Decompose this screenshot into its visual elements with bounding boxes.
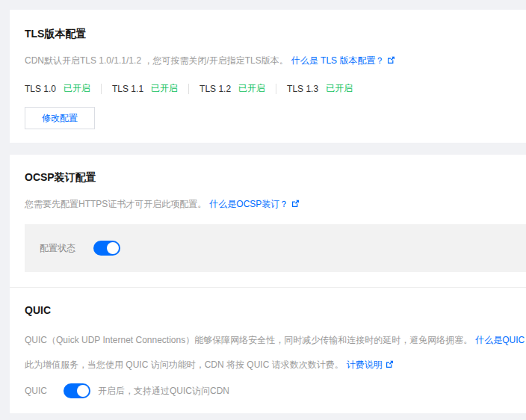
tls-version-name: TLS 1.0: [25, 84, 56, 94]
ocsp-section-title: OCSP装订配置: [25, 170, 526, 185]
quic-billing-link[interactable]: 计费说明: [347, 359, 383, 370]
quic-toggle-row: QUIC 开启后，支持通过QUIC访问CDN: [25, 383, 526, 398]
tls-version-item: TLS 1.1 已开启: [112, 82, 178, 95]
tls-version-item: TLS 1.0 已开启: [25, 82, 90, 95]
quic-toggle-desc: 开启后，支持通过QUIC访问CDN: [98, 385, 229, 398]
tls-version-item: TLS 1.3 已开启: [287, 82, 353, 95]
tls-version-name: TLS 1.2: [199, 84, 231, 94]
tls-version-name: TLS 1.1: [112, 84, 143, 94]
tls-version-item: TLS 1.2 已开启: [199, 82, 265, 95]
ocsp-status-toggle[interactable]: [93, 241, 120, 256]
tls-version-status: 已开启: [64, 82, 90, 95]
external-link-icon[interactable]: [291, 200, 300, 208]
tls-card-title: TLS版本配置: [25, 26, 526, 41]
tls-desc-text: CDN默认开启TLS 1.0/1.1/1.2 ，您可按需关闭/开启指定TLS版本…: [25, 55, 288, 66]
quic-section: QUIC QUIC（Quick UDP Internet Connections…: [10, 287, 526, 413]
cdn-https-config-page: { "colors": { "link_blue": "#006eff", "s…: [0, 0, 526, 420]
quic-desc2-text: 此为增值服务，当您使用 QUIC 访问功能时，CDN 将按 QUIC 请求数次数…: [25, 359, 344, 370]
ocsp-status-box: 配置状态: [25, 224, 526, 272]
ocsp-section-desc: 您需要先配置HTTPS证书才可开启此项配置。什么是OCSP装订？: [25, 198, 526, 211]
tls-card-desc: CDN默认开启TLS 1.0/1.1/1.2 ，您可按需关闭/开启指定TLS版本…: [25, 55, 526, 67]
tls-version-status: 已开启: [238, 82, 265, 95]
tls-version-list: TLS 1.0 已开启 TLS 1.1 已开启 TLS 1.2 已开启 TLS …: [25, 82, 526, 95]
quic-desc1-text: QUIC（Quick UDP Internet Connections）能够保障…: [25, 335, 472, 345]
vertical-divider: [188, 84, 189, 94]
ocsp-desc-text: 您需要先配置HTTPS证书才可开启此项配置。: [25, 199, 206, 209]
ocsp-status-label: 配置状态: [40, 242, 75, 255]
vertical-divider: [101, 84, 102, 94]
quic-section-desc1: QUIC（Quick UDP Internet Connections）能够保障…: [25, 334, 526, 347]
quic-toggle-label: QUIC: [25, 386, 47, 396]
quic-toggle[interactable]: [64, 383, 90, 398]
ocsp-section: OCSP装订配置 您需要先配置HTTPS证书才可开启此项配置。什么是OCSP装订…: [10, 155, 526, 272]
tls-version-name: TLS 1.3: [287, 84, 318, 94]
modify-config-button[interactable]: 修改配置: [25, 107, 95, 129]
tls-help-link[interactable]: 什么是 TLS 版本配置？: [291, 55, 385, 66]
quic-section-desc2: 此为增值服务，当您使用 QUIC 访问功能时，CDN 将按 QUIC 请求数次数…: [25, 359, 526, 371]
tls-config-card: TLS版本配置 CDN默认开启TLS 1.0/1.1/1.2 ，您可按需关闭/开…: [10, 10, 526, 143]
quic-help-link[interactable]: 什么是QUIC？: [475, 335, 526, 345]
ocsp-quic-card: OCSP装订配置 您需要先配置HTTPS证书才可开启此项配置。什么是OCSP装订…: [10, 155, 526, 413]
tls-version-status: 已开启: [326, 82, 353, 95]
tls-version-status: 已开启: [151, 82, 178, 95]
ocsp-help-link[interactable]: 什么是OCSP装订？: [209, 199, 288, 209]
external-link-icon[interactable]: [387, 56, 395, 64]
quic-section-title: QUIC: [25, 303, 526, 318]
external-link-icon[interactable]: [386, 360, 394, 368]
vertical-divider: [276, 84, 276, 94]
